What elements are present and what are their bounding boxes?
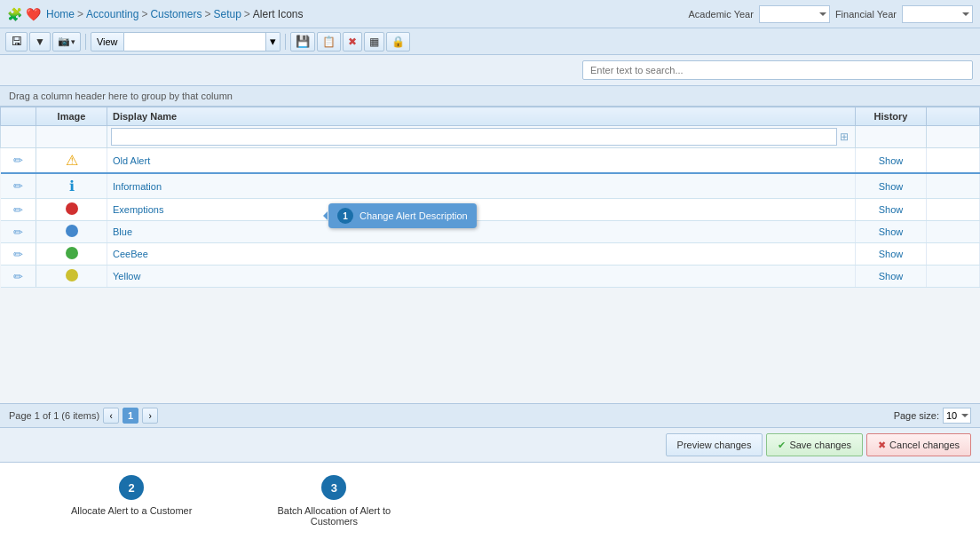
breadcrumb-home[interactable]: Home xyxy=(46,8,75,20)
breadcrumb-setup[interactable]: Setup xyxy=(213,8,241,20)
bottom-section: 2 Allocate Alert to a Customer 3 Batch A… xyxy=(0,463,980,539)
puzzle-icon[interactable]: 🧩 xyxy=(7,7,22,21)
top-bar: 🧩 ❤️ Home > Accounting > Customers > Set… xyxy=(0,0,980,28)
floppy-icon: 🖫 xyxy=(11,35,22,48)
display-name-cell-1: Old Alert xyxy=(107,148,856,174)
toolbar: 🖫 ▼ 📷 ▾ View ▾ 💾 📋 ✖ ▦ 🔒 xyxy=(0,28,980,55)
history-cell-3: Show xyxy=(856,199,927,221)
breadcrumb-sep2: > xyxy=(141,8,147,20)
table-row: ✏ Exemptions Show xyxy=(1,199,980,221)
cancel-button[interactable]: ✖ Cancel changes xyxy=(866,433,971,456)
history-link-6[interactable]: Show xyxy=(879,271,904,281)
data-table: Image Display Name History xyxy=(0,107,980,288)
circle-badge-1: 3 xyxy=(321,475,346,500)
toolbar-diskette-btn[interactable]: 💾 xyxy=(290,32,315,52)
image-cell-2: ℹ xyxy=(36,173,107,199)
tooltip-text: Change Alert Description xyxy=(360,210,468,221)
display-name-cell-5: CeeBee xyxy=(107,243,856,266)
extra-cell-6 xyxy=(927,266,980,288)
extra-cell-4 xyxy=(927,221,980,243)
display-name-cell-6: Yellow xyxy=(107,266,856,288)
toolbar-save-btn[interactable]: 🖫 xyxy=(5,32,28,52)
col-header-displayname[interactable]: Display Name xyxy=(107,107,856,126)
top-icons: 🧩 ❤️ xyxy=(7,7,41,21)
action-bar: Preview changes ✔ Save changes ✖ Cancel … xyxy=(0,428,980,463)
edit-pencil-icon[interactable]: ✏ xyxy=(13,270,23,283)
col-header-history[interactable]: History xyxy=(856,107,927,126)
table-row: ✏ Yellow Show xyxy=(1,266,980,288)
extra-cell-5 xyxy=(927,243,980,266)
view-input[interactable] xyxy=(124,32,266,52)
history-cell-6: Show xyxy=(856,266,927,288)
edit-pencil-icon[interactable]: ✏ xyxy=(13,203,23,217)
toolbar-grid-btn[interactable]: ▦ xyxy=(364,32,384,52)
bottom-action-1[interactable]: 3 Batch Allocation of Alert to Customers xyxy=(263,475,405,527)
view-arrow-button[interactable]: ▾ xyxy=(266,32,281,52)
financial-year-select[interactable] xyxy=(902,5,973,23)
green-dot xyxy=(66,247,78,259)
lock-icon: 🔒 xyxy=(391,36,405,48)
edit-pencil-icon[interactable]: ✏ xyxy=(13,248,23,261)
col-header-edit xyxy=(1,107,36,126)
red-dot xyxy=(66,202,78,215)
bottom-action-0[interactable]: 2 Allocate Alert to a Customer xyxy=(71,475,192,527)
delete-icon: ✖ xyxy=(348,36,357,48)
toolbar-delete-btn[interactable]: ✖ xyxy=(343,32,362,52)
group-header: Drag a column header here to group by th… xyxy=(0,86,980,107)
edit-pencil-icon[interactable]: ✏ xyxy=(13,154,23,167)
table-row: ✏ Blue Show xyxy=(1,221,980,243)
toolbar-filter-btn[interactable]: ▼ xyxy=(29,32,51,52)
history-link-5[interactable]: Show xyxy=(879,249,904,259)
preview-button[interactable]: Preview changes xyxy=(666,433,763,456)
info-icon: ℹ xyxy=(69,178,75,194)
page-prev-btn[interactable]: ‹ xyxy=(103,408,119,424)
heart-icon[interactable]: ❤️ xyxy=(26,7,41,21)
breadcrumb-customers[interactable]: Customers xyxy=(150,8,202,20)
toolbar-sep2 xyxy=(285,34,286,50)
breadcrumb: Home > Accounting > Customers > Setup > … xyxy=(46,8,304,20)
history-link-2[interactable]: Show xyxy=(879,181,904,192)
display-name-cell-4: Blue xyxy=(107,221,856,243)
page-size-label: Page size: xyxy=(894,410,939,421)
filter-extra-cell xyxy=(927,126,980,148)
search-input[interactable] xyxy=(582,60,973,80)
history-link-4[interactable]: Show xyxy=(879,226,904,237)
history-link-1[interactable]: Show xyxy=(879,155,904,166)
bottom-actions-container: 2 Allocate Alert to a Customer 3 Batch A… xyxy=(18,475,405,527)
page-current-num[interactable]: 1 xyxy=(122,408,138,424)
toolbar-camera-btn[interactable]: 📷 ▾ xyxy=(52,32,81,52)
page-size-select[interactable]: 10 25 50 xyxy=(943,408,971,424)
main-wrapper: 🧩 ❤️ Home > Accounting > Customers > Set… xyxy=(0,0,980,539)
history-link-3[interactable]: Show xyxy=(879,204,904,215)
display-name-cell-2: Information xyxy=(107,173,856,199)
edit-cell-5: ✏ xyxy=(1,243,36,266)
bottom-label-1: Batch Allocation of Alert to Customers xyxy=(263,505,405,527)
cancel-x-icon: ✖ xyxy=(878,440,886,451)
academic-year-select[interactable] xyxy=(759,5,830,23)
filter-funnel-icon[interactable]: ⊞ xyxy=(837,130,851,144)
breadcrumb-sep4: > xyxy=(244,8,250,20)
col-header-extra xyxy=(927,107,980,126)
filter-displayname-input[interactable] xyxy=(111,128,837,146)
breadcrumb-accounting[interactable]: Accounting xyxy=(86,8,138,20)
filter-displayname-cell: ⊞ xyxy=(107,126,856,148)
col-header-image: Image xyxy=(36,107,107,126)
filter-history-cell xyxy=(856,126,927,148)
image-cell-4 xyxy=(36,221,107,243)
image-cell-5 xyxy=(36,243,107,266)
edit-pencil-icon[interactable]: ✏ xyxy=(13,226,23,239)
table-body: ✏ ⚠ Old Alert Show ✏ ℹ Information Show … xyxy=(1,148,980,288)
toolbar-lock-btn[interactable]: 🔒 xyxy=(386,32,410,52)
save-button[interactable]: ✔ Save changes xyxy=(766,433,863,456)
history-cell-1: Show xyxy=(856,148,927,174)
save-check-icon: ✔ xyxy=(778,440,786,451)
toolbar-add-btn[interactable]: 📋 xyxy=(317,32,341,52)
edit-cell-3: ✏ xyxy=(1,199,36,221)
page-next-btn[interactable]: › xyxy=(142,408,158,424)
page-size-section: Page size: 10 25 50 xyxy=(894,408,971,424)
view-button[interactable]: View xyxy=(91,32,124,52)
extra-cell-2 xyxy=(927,173,980,199)
academic-year-label: Academic Year xyxy=(689,9,754,20)
edit-pencil-icon[interactable]: ✏ xyxy=(13,179,23,193)
history-cell-4: Show xyxy=(856,221,927,243)
